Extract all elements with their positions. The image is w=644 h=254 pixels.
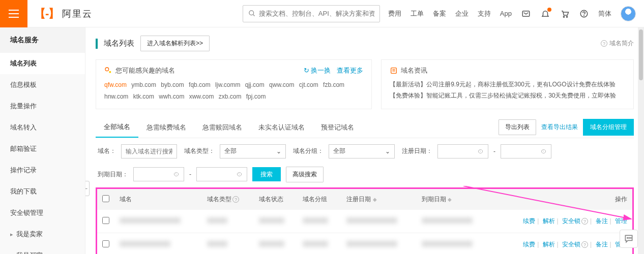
sidebar-item-seller[interactable]: ▸我是卖家 (0, 224, 85, 245)
op-lock[interactable]: 安全锁? (562, 241, 588, 248)
sidebar-collapse-toggle[interactable]: ⇤ (85, 181, 90, 196)
table-row: 续费| 解析| 安全锁?| 备注| 管理 (97, 233, 632, 254)
nav-fee[interactable]: 费用 (388, 9, 401, 18)
sidebar: 域名服务 域名列表 信息模板 批量操作 域名转入 邮箱验证 操作记录 我的下载 … (0, 27, 85, 254)
svg-point-15 (630, 238, 631, 239)
nav-ticket[interactable]: 工单 (411, 9, 424, 18)
search-input[interactable] (259, 10, 374, 17)
tab-all[interactable]: 全部域名 (96, 117, 138, 138)
domain-label: 域名： (98, 147, 116, 155)
op-lock[interactable]: 安全锁? (562, 217, 588, 225)
type-select[interactable]: 全部⌄ (220, 144, 286, 158)
help-icon: ? (601, 40, 607, 47)
sidebar-item-label: 域名列表 (10, 59, 37, 68)
help-icon[interactable]: ? (232, 196, 239, 203)
op-renew[interactable]: 续费 (523, 241, 535, 248)
nav-support[interactable]: 支持 (478, 9, 491, 18)
select-all-checkbox[interactable] (102, 195, 109, 202)
tab-renew[interactable]: 急需续费域名 (138, 118, 194, 137)
op-manage[interactable]: 管理 (615, 217, 627, 225)
help-icon[interactable] (579, 9, 589, 19)
refresh-link[interactable]: ↻ 换一换 (304, 66, 331, 75)
locale-switch[interactable]: 简体 (598, 9, 611, 18)
hot-domain[interactable]: qfw.com (104, 81, 127, 88)
avatar[interactable] (621, 6, 636, 21)
brand-logo[interactable]: 【-】 阿里云 (35, 6, 93, 21)
exp-date-from[interactable]: ⏲ (133, 167, 184, 181)
tab-prereg[interactable]: 预登记域名 (313, 118, 362, 137)
sidebar-item-log[interactable]: 操作记录 (0, 160, 85, 181)
sidebar-item-mailverify[interactable]: 邮箱验证 (0, 138, 85, 160)
col-status[interactable]: 域名状态 (254, 189, 298, 210)
sidebar-item-batch[interactable]: 批量操作 (0, 96, 85, 117)
chat-button[interactable] (620, 230, 638, 248)
chevron-down-icon: ⌄ (385, 148, 390, 155)
redacted-text (207, 217, 227, 224)
svg-point-14 (629, 238, 630, 239)
sidebar-item-buyer[interactable]: ▸我是买家 (0, 245, 85, 254)
view-export-link[interactable]: 查看导出结果 (541, 123, 578, 132)
sort-icon[interactable]: ◆ (448, 197, 452, 202)
sidebar-item-label: 域名转入 (10, 123, 37, 132)
tab-redeem[interactable]: 急需赎回域名 (194, 118, 250, 137)
group-manage-button[interactable]: 域名分组管理 (583, 119, 634, 136)
reg-date-to[interactable]: ⏲ (501, 144, 551, 158)
more-link[interactable]: 查看更多 (337, 66, 363, 75)
cart-icon[interactable] (560, 9, 570, 19)
nav-enterprise[interactable]: 企业 (455, 9, 469, 18)
op-remark[interactable]: 备注 (596, 217, 608, 225)
reg-label: 注册日期： (402, 147, 432, 155)
svg-point-0 (249, 11, 254, 15)
sidebar-item-template[interactable]: 信息模板 (0, 74, 85, 96)
col-exp[interactable]: 到期日期 ◆ (417, 189, 492, 210)
redacted-text (207, 241, 227, 247)
help-icon[interactable]: ? (581, 218, 588, 225)
advanced-search-button[interactable]: 高级搜索 (286, 167, 324, 182)
help-icon[interactable]: ? (581, 241, 588, 248)
sidebar-item-transfer[interactable]: 域名转入 (0, 117, 85, 138)
row-checkbox[interactable] (102, 240, 109, 247)
sidebar-item-lock[interactable]: 安全锁管理 (0, 202, 85, 224)
news-item[interactable]: 【最新活动】公司注册9.9元起，商标注册低至300元，更有LOGO设计免费在线体… (390, 79, 625, 90)
op-resolve[interactable]: 解析 (543, 217, 555, 225)
col-group[interactable]: 域名分组 (298, 189, 341, 210)
help-link[interactable]: ?域名简介 (600, 39, 634, 48)
redacted-text (422, 241, 473, 247)
filter-bar: 域名： 域名类型： 全部⌄ 域名分组： 全部⌄ 注册日期： ⏲ - ⏲ 到期日期… (96, 144, 634, 182)
col-reg[interactable]: 注册日期 ◆ (341, 189, 417, 210)
nav-app[interactable]: App (500, 10, 512, 17)
menu-toggle-button[interactable] (0, 0, 27, 27)
bell-icon[interactable] (540, 9, 550, 19)
exp-date-to[interactable]: ⏲ (196, 167, 247, 181)
reg-date-from[interactable]: ⏲ (437, 144, 488, 158)
scrollbar-thumb[interactable] (639, 29, 643, 80)
col-type[interactable]: 域名类型? (202, 189, 254, 210)
tab-unverified[interactable]: 未实名认证域名 (250, 118, 313, 137)
domain-filter-input[interactable] (121, 144, 177, 158)
nav-beian[interactable]: 备案 (433, 9, 446, 18)
op-resolve[interactable]: 解析 (543, 241, 555, 248)
col-domain[interactable]: 域名 (114, 189, 202, 210)
sort-icon[interactable]: ◆ (373, 197, 377, 202)
row-checkbox[interactable] (102, 217, 109, 224)
sidebar-item-domain-list[interactable]: 域名列表 (0, 53, 85, 74)
message-icon[interactable] (521, 9, 531, 19)
op-renew[interactable]: 续费 (523, 217, 535, 225)
sidebar-item-label: 我是买家 (16, 251, 43, 254)
title-bar-icon (96, 39, 98, 49)
op-remark[interactable]: 备注 (596, 241, 608, 248)
scrollbar[interactable] (638, 27, 644, 254)
enter-dns-button[interactable]: 进入域名解析列表>> (140, 36, 210, 51)
domain-list[interactable]: ymb.com byb.com fqb.com ljw.comm qjj.com… (104, 81, 344, 100)
news-item[interactable]: 【免费体验】智能记账工具，仅需三步轻松搞定记账报税，30天免费使用，立即体验 (390, 90, 625, 102)
chevron-down-icon: ⌄ (276, 148, 281, 155)
global-search[interactable] (243, 5, 380, 22)
export-button[interactable]: 导出列表 (499, 119, 536, 135)
search-button[interactable]: 搜索 (252, 167, 281, 181)
svg-point-6 (584, 15, 584, 16)
group-select[interactable]: 全部⌄ (329, 144, 395, 158)
help-label: 域名简介 (609, 39, 634, 48)
col-ops: 操作 (491, 189, 632, 210)
svg-point-4 (566, 16, 567, 17)
sidebar-item-download[interactable]: 我的下载 (0, 181, 85, 202)
